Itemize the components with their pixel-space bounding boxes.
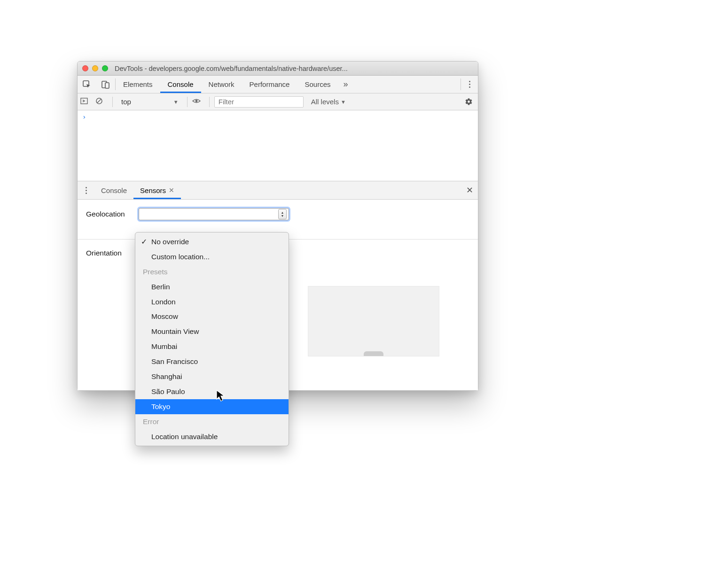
- close-window-button[interactable]: [82, 65, 88, 71]
- geolocation-row: Geolocation ▲▼: [86, 208, 469, 220]
- geolocation-option-san-francisco[interactable]: San Francisco: [135, 354, 289, 369]
- geolocation-group-presets: Presets: [135, 264, 289, 279]
- divider: [209, 97, 210, 107]
- levels-label: All levels: [311, 98, 339, 106]
- tab-sources[interactable]: Sources: [297, 76, 338, 93]
- gear-icon: [465, 98, 473, 106]
- orientation-preview[interactable]: [308, 286, 439, 356]
- tab-network[interactable]: Network: [201, 76, 242, 93]
- tab-performance[interactable]: Performance: [242, 76, 297, 93]
- more-tabs-button[interactable]: »: [338, 76, 353, 93]
- sidebar-icon: [80, 97, 88, 105]
- main-tab-bar: Elements Console Network Performance Sou…: [78, 76, 478, 93]
- close-tab-icon[interactable]: ✕: [169, 186, 174, 194]
- geolocation-option-mumbai[interactable]: Mumbai: [135, 339, 289, 354]
- window-title: DevTools - developers.google.com/web/fun…: [115, 65, 473, 72]
- drawer-tab-console[interactable]: Console: [94, 181, 133, 199]
- kebab-icon: [469, 81, 470, 88]
- drawer-tab-sensors[interactable]: Sensors ✕: [133, 181, 181, 199]
- inspect-icon: [83, 80, 91, 89]
- svg-point-6: [195, 100, 197, 102]
- drawer-tab-bar: Console Sensors ✕ ✕: [78, 181, 478, 200]
- close-drawer-button[interactable]: ✕: [461, 181, 478, 199]
- divider: [112, 97, 113, 107]
- log-levels-select[interactable]: All levels ▼: [311, 98, 346, 106]
- select-stepper-icon: ▲▼: [278, 209, 287, 219]
- drawer-tab-label: Sensors: [140, 186, 166, 194]
- geolocation-option-mountain-view[interactable]: Mountain View: [135, 324, 289, 339]
- toggle-device-toolbar-button[interactable]: [96, 76, 115, 93]
- close-icon: ✕: [466, 185, 473, 195]
- inspect-element-button[interactable]: [78, 76, 96, 93]
- drawer-tab-label: Console: [101, 186, 127, 194]
- console-toolbar: top ▼ All levels ▼: [78, 93, 478, 110]
- clear-console-button[interactable]: [95, 97, 108, 106]
- live-expression-button[interactable]: [192, 97, 204, 107]
- drawer-menu-button[interactable]: [78, 181, 94, 199]
- console-sidebar-toggle[interactable]: [80, 97, 93, 106]
- svg-line-5: [97, 99, 101, 103]
- geolocation-option-custom[interactable]: Custom location...: [135, 249, 289, 264]
- minimize-window-button[interactable]: [92, 65, 98, 71]
- eye-icon: [192, 97, 201, 105]
- geolocation-select[interactable]: ▲▼: [139, 208, 289, 220]
- chevron-down-icon: ▼: [173, 99, 179, 105]
- console-prompt: ›: [82, 113, 86, 121]
- geolocation-group-error: Error: [135, 414, 289, 429]
- geolocation-option-moscow[interactable]: Moscow: [135, 309, 289, 324]
- tab-console[interactable]: Console: [160, 76, 201, 93]
- titlebar: DevTools - developers.google.com/web/fun…: [78, 62, 478, 76]
- execution-context-select[interactable]: top ▼: [117, 98, 182, 106]
- divider: [187, 97, 187, 107]
- traffic-lights: [82, 65, 108, 71]
- geolocation-dropdown: No override Custom location... Presets B…: [135, 232, 289, 446]
- console-output[interactable]: ›: [78, 110, 478, 181]
- orientation-label: Orientation: [86, 249, 133, 257]
- chevron-down-icon: ▼: [341, 99, 346, 105]
- clear-icon: [95, 97, 103, 105]
- geolocation-option-unavailable[interactable]: Location unavailable: [135, 429, 289, 444]
- tab-elements[interactable]: Elements: [116, 76, 160, 93]
- devtools-menu-button[interactable]: [461, 76, 478, 93]
- console-settings-button[interactable]: [462, 98, 475, 106]
- geolocation-option-tokyo[interactable]: Tokyo: [135, 399, 289, 414]
- filter-input[interactable]: [214, 96, 304, 108]
- geolocation-option-berlin[interactable]: Berlin: [135, 279, 289, 294]
- geolocation-option-no-override[interactable]: No override: [135, 234, 289, 249]
- geolocation-option-london[interactable]: London: [135, 294, 289, 309]
- zoom-window-button[interactable]: [102, 65, 108, 71]
- context-label: top: [121, 98, 131, 106]
- kebab-icon: [86, 187, 87, 194]
- device-icon: [102, 80, 110, 89]
- main-tabs: Elements Console Network Performance Sou…: [116, 76, 338, 93]
- geolocation-label: Geolocation: [86, 210, 133, 218]
- geolocation-option-shanghai[interactable]: Shanghai: [135, 369, 289, 384]
- svg-rect-2: [105, 83, 109, 88]
- geolocation-option-sao-paulo[interactable]: São Paulo: [135, 384, 289, 399]
